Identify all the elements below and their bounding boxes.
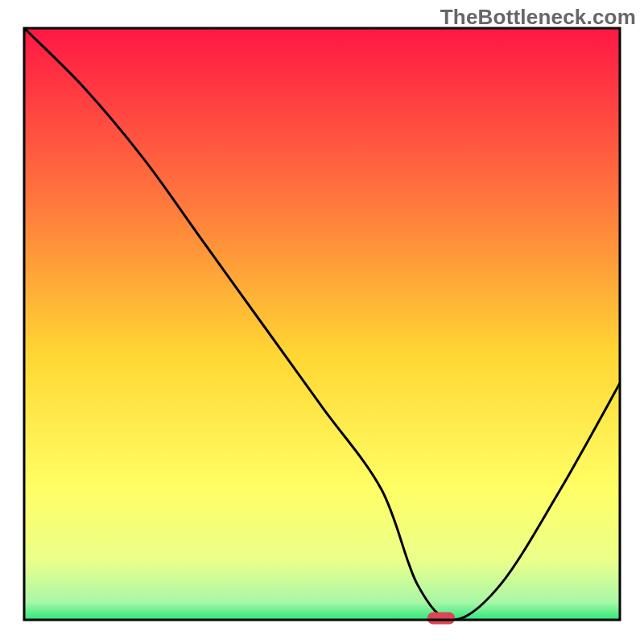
optimal-point-marker [427,613,455,625]
gradient-background [24,28,620,620]
watermark-text: TheBottleneck.com [440,5,636,30]
chart-container: TheBottleneck.com [0,0,644,644]
chart-svg [0,0,644,644]
